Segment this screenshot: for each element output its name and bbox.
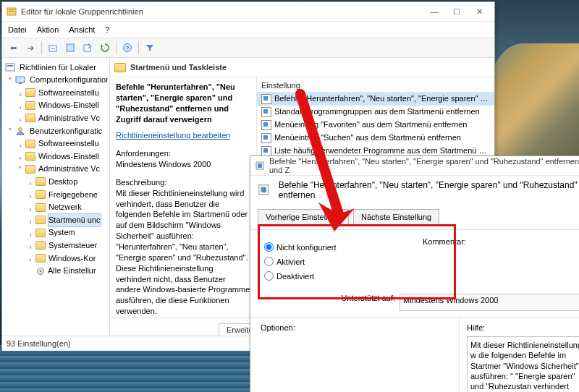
maximize-button[interactable]: ☐ — [446, 4, 468, 19]
dialog-title: Befehle "Herunterfahren", "Neu starten",… — [269, 157, 579, 174]
up-button[interactable] — [46, 41, 59, 54]
state-radios: Nicht konfiguriert Aktiviert Deaktiviert — [250, 230, 415, 291]
separator — [41, 41, 42, 54]
back-button[interactable]: ⬅ — [7, 41, 20, 54]
svg-rect-8 — [6, 64, 14, 71]
supported-on-value: Mindestens Windows 2000 — [400, 294, 579, 311]
folder-icon — [25, 152, 35, 161]
policy-icon — [261, 94, 271, 104]
tree-item[interactable]: ›Administrative Vc — [25, 111, 108, 124]
folder-icon — [25, 165, 35, 174]
separator — [116, 41, 117, 54]
radio-not-configured[interactable]: Nicht konfiguriert — [261, 240, 405, 252]
menu-file[interactable]: Datei — [8, 25, 27, 34]
nav-tree[interactable]: Richtlinien für Lokaler Cc ˅ Computerkon… — [2, 58, 110, 336]
svg-rect-2 — [9, 11, 14, 12]
dialog-titlebar[interactable]: Befehle "Herunterfahren", "Neu starten",… — [250, 156, 579, 176]
minimize-button[interactable]: — — [423, 4, 445, 19]
tree-item[interactable]: Alle Einstellur — [35, 265, 108, 278]
requirements-label: Anforderungen: — [116, 148, 250, 159]
svg-point-14 — [40, 270, 42, 272]
export-button[interactable] — [81, 41, 94, 54]
close-button[interactable]: ✕ — [468, 4, 490, 19]
separator — [138, 41, 139, 54]
tree-item[interactable]: ›Freigegebene — [35, 188, 108, 201]
tree-item[interactable]: ›Windows-Einstell — [25, 99, 108, 112]
tree-item[interactable]: ›Desktop — [35, 175, 108, 188]
radio-disabled[interactable]: Deaktiviert — [261, 269, 405, 281]
tree-root[interactable]: Richtlinien für Lokaler Cc ˅ Computerkon… — [5, 61, 108, 277]
svg-point-12 — [19, 128, 22, 132]
app-icon — [7, 7, 17, 17]
panel-heading: Startmenü und Taskleiste — [110, 58, 494, 77]
tree-item[interactable]: ›System — [35, 226, 108, 239]
computer-icon — [15, 76, 25, 85]
menu-action[interactable]: Aktion — [37, 25, 59, 34]
requirements-value: Mindestens Windows 2000 — [116, 159, 250, 170]
description-text: Mit dieser Richtlinieneinstellung wird v… — [116, 188, 250, 317]
tree-item[interactable]: ›Netzwerk — [35, 201, 108, 214]
policy-icon — [258, 184, 270, 197]
prev-setting-button[interactable]: Vorherige Einstellung — [258, 209, 349, 225]
menubar: Datei Aktion Ansicht ? — [2, 22, 494, 38]
tree-computer-config[interactable]: ˅ Computerkonfiguration ›Softwareeinstel… — [15, 74, 108, 124]
list-item[interactable]: Befehle "Herunterfahren", "Neu starten",… — [257, 93, 494, 106]
description-label: Beschreibung: — [116, 177, 250, 188]
folder-icon — [25, 140, 35, 148]
dialog-policy-name: Befehle "Herunterfahren", "Neu starten",… — [279, 180, 579, 200]
tree-item[interactable]: ›Softwareeinstellu — [25, 86, 108, 99]
folder-icon — [25, 101, 35, 110]
svg-rect-16 — [258, 163, 262, 168]
tree-item[interactable]: ›Systemsteuer — [35, 239, 108, 252]
folder-icon — [35, 216, 46, 224]
svg-rect-11 — [19, 82, 22, 84]
help-label: Hilfe: — [467, 323, 579, 332]
tree-user-config[interactable]: ˅ Benutzerkonfiguratic ›Softwareeinstell… — [15, 124, 108, 277]
policy-dialog: Befehle "Herunterfahren", "Neu starten",… — [250, 155, 579, 392]
tree-item[interactable]: ›Windows-Einstell — [25, 150, 108, 163]
policy-title: Befehle "Herunterfahren", "Neu starten",… — [116, 82, 250, 124]
options-label: Optionen: — [261, 323, 449, 332]
menu-help[interactable]: ? — [105, 25, 109, 34]
description-pane: Befehle "Herunterfahren", "Neu starten",… — [110, 77, 256, 318]
refresh-button[interactable] — [98, 41, 111, 54]
column-header[interactable]: Einstellung — [257, 79, 494, 93]
svg-text:?: ? — [126, 45, 130, 51]
tree-item[interactable]: ˅Administrative Vc ›Desktop ›Freigegeben… — [25, 163, 108, 277]
menu-view[interactable]: Ansicht — [69, 25, 95, 34]
folder-icon — [25, 88, 35, 97]
policy-icon — [261, 107, 271, 117]
folder-icon — [35, 177, 46, 186]
help-text: Mit dieser Richtlinieneinstellung w die … — [467, 336, 579, 392]
filter-button[interactable] — [143, 41, 156, 54]
list-view-button[interactable] — [64, 41, 77, 54]
svg-rect-1 — [9, 9, 14, 10]
list-item[interactable]: Standardprogrammgruppen aus dem Startmen… — [257, 106, 494, 119]
comment-label: Kommentar: — [423, 237, 579, 246]
user-icon — [15, 127, 25, 135]
folder-icon — [35, 241, 46, 250]
list-item[interactable]: Menüeintrag "Favoriten" aus dem Startmen… — [257, 119, 494, 132]
list-item[interactable]: Menüeintrag "Suchen" aus dem Startmenü e… — [257, 132, 494, 145]
edit-policy-link[interactable]: Richtlinieneinstellung bearbeiten — [116, 131, 230, 140]
svg-rect-10 — [16, 77, 25, 82]
next-setting-button[interactable]: Nächste Einstellung — [353, 209, 439, 225]
tree-item[interactable]: ›Windows-Kor — [35, 252, 108, 265]
folder-icon — [35, 229, 46, 237]
folder-icon — [114, 63, 126, 72]
folder-icon — [35, 254, 46, 263]
toolbar: ⬅ ➔ ? — [2, 38, 494, 58]
titlebar[interactable]: Editor für lokale Gruppenrichtlinien — ☐… — [2, 2, 494, 22]
supported-on-label: Unterstützt auf: — [261, 294, 395, 311]
policy-icon — [255, 161, 265, 171]
tree-startmenu[interactable]: ›Startmenü unc — [35, 213, 108, 226]
window-title: Editor für lokale Gruppenrichtlinien — [21, 7, 423, 16]
radio-enabled[interactable]: Aktiviert — [261, 255, 405, 266]
settings-icon — [35, 267, 46, 276]
svg-rect-18 — [261, 187, 266, 192]
folder-icon — [35, 190, 46, 199]
tree-item[interactable]: ›Softwareeinstellu — [25, 137, 108, 150]
forward-button[interactable]: ➔ — [24, 41, 37, 54]
svg-rect-4 — [67, 44, 74, 51]
help-button[interactable]: ? — [121, 41, 134, 54]
